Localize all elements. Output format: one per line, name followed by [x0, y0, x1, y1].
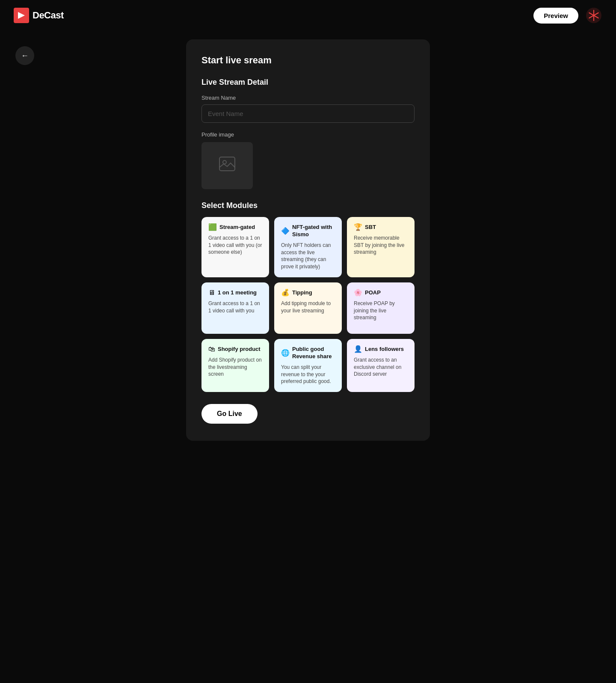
nft-gated-desc: Only NFT holders can access the live str…: [281, 242, 335, 270]
nft-gated-icon: 🔷: [281, 228, 290, 235]
tipping-desc: Add tipping module to your live streamin…: [281, 300, 335, 315]
1on1-desc: Grant access to a 1 on 1 video call with…: [208, 300, 262, 315]
profile-image-label: Profile image: [201, 131, 415, 138]
stream-name-label: Stream Name: [201, 95, 415, 101]
sbt-icon: 🏆: [354, 224, 362, 231]
stream-gated-desc: Grant access to a 1 on 1 video call with…: [208, 235, 262, 256]
go-live-button[interactable]: Go Live: [201, 404, 258, 424]
tipping-icon: 💰: [281, 289, 290, 296]
module-tipping[interactable]: 💰 Tipping Add tipping module to your liv…: [274, 282, 342, 334]
lens-desc: Grant access to an exclusive channel on …: [354, 356, 408, 378]
publicgood-desc: You can split your revenue to the your p…: [281, 364, 335, 385]
tipping-title: Tipping: [292, 289, 312, 297]
header-right: Preview: [533, 7, 602, 24]
svg-rect-5: [219, 157, 235, 171]
sbt-title: SBT: [365, 224, 376, 231]
module-lens[interactable]: 👤 Lens followers Grant access to an excl…: [347, 339, 415, 392]
poap-desc: Receive POAP by joining the live streami…: [354, 300, 408, 321]
logo: DeCast: [14, 8, 64, 23]
back-arrow-icon: ←: [21, 51, 29, 60]
lens-icon: 👤: [354, 346, 362, 353]
nft-gated-title: NFT-gated with Sismo: [292, 224, 335, 238]
module-poap[interactable]: 🌸 POAP Receive POAP by joining the live …: [347, 282, 415, 334]
main-content: Start live sream Live Stream Detail Stre…: [0, 31, 616, 466]
shopify-desc: Add Shopify product on the livestreaming…: [208, 356, 262, 378]
module-shopify[interactable]: 🛍 Shopify product Add Shopify product on…: [201, 339, 269, 392]
module-nft-gated-header: 🔷 NFT-gated with Sismo: [281, 224, 335, 238]
shopify-icon: 🛍: [208, 346, 215, 353]
module-stream-gated-header: 🟩 Stream-gated: [208, 224, 262, 231]
module-sbt-header: 🏆 SBT: [354, 224, 408, 231]
module-publicgood[interactable]: 🌐 Public good Revenue share You can spli…: [274, 339, 342, 392]
module-shopify-header: 🛍 Shopify product: [208, 346, 262, 353]
module-1on1-header: 🖥 1 on 1 meeting: [208, 289, 262, 297]
1on1-icon: 🖥: [208, 289, 215, 296]
form-card: Start live sream Live Stream Detail Stre…: [186, 39, 430, 441]
page-title: Start live sream: [201, 55, 415, 66]
module-1on1[interactable]: 🖥 1 on 1 meeting Grant access to a 1 on …: [201, 282, 269, 334]
logo-text: DeCast: [33, 10, 64, 21]
shopify-title: Shopify product: [218, 346, 261, 353]
back-button[interactable]: ←: [15, 46, 34, 65]
module-lens-header: 👤 Lens followers: [354, 346, 408, 353]
1on1-title: 1 on 1 meeting: [218, 289, 257, 297]
anthropic-icon: [585, 7, 602, 24]
section-detail-title: Live Stream Detail: [201, 78, 415, 87]
poap-icon: 🌸: [354, 289, 362, 296]
module-publicgood-header: 🌐 Public good Revenue share: [281, 346, 335, 360]
header: DeCast Preview: [0, 0, 616, 31]
modules-grid: 🟩 Stream-gated Grant access to a 1 on 1 …: [201, 217, 415, 392]
svg-point-6: [223, 160, 226, 164]
sbt-desc: Receive memorable SBT by joining the liv…: [354, 235, 408, 256]
poap-title: POAP: [365, 289, 381, 297]
publicgood-icon: 🌐: [281, 350, 290, 356]
module-sbt[interactable]: 🏆 SBT Receive memorable SBT by joining t…: [347, 217, 415, 277]
stream-gated-icon: 🟩: [208, 224, 217, 231]
image-placeholder-icon: [219, 156, 236, 175]
module-poap-header: 🌸 POAP: [354, 289, 408, 297]
lens-title: Lens followers: [365, 346, 404, 353]
module-tipping-header: 💰 Tipping: [281, 289, 335, 297]
preview-button[interactable]: Preview: [533, 8, 578, 24]
module-stream-gated[interactable]: 🟩 Stream-gated Grant access to a 1 on 1 …: [201, 217, 269, 277]
profile-image-upload[interactable]: [201, 142, 253, 189]
stream-gated-title: Stream-gated: [219, 224, 255, 231]
module-nft-gated[interactable]: 🔷 NFT-gated with Sismo Only NFT holders …: [274, 217, 342, 277]
svg-marker-0: [18, 12, 25, 19]
logo-icon: [14, 8, 29, 23]
modules-title: Select Modules: [201, 201, 415, 210]
publicgood-title: Public good Revenue share: [292, 346, 335, 360]
stream-name-input[interactable]: [201, 104, 415, 123]
